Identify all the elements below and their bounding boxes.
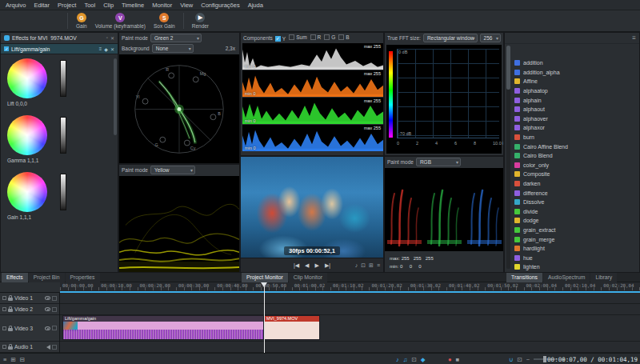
track-mute-icon[interactable] [44, 345, 50, 350]
gain-color-wheel[interactable] [7, 172, 47, 212]
component-checkbox-b[interactable]: B [338, 34, 349, 40]
track-effects-icon[interactable] [52, 326, 57, 330]
component-checkbox-r[interactable]: R [310, 34, 322, 40]
yellow-paint-mode-dropdown[interactable]: Yellow [150, 166, 195, 174]
go-to-end-icon[interactable]: ▶| [325, 262, 330, 269]
monitor-fullscreen-icon[interactable]: ⊞ [369, 262, 374, 269]
video-thumbnails-icon[interactable]: ⊡ [411, 356, 416, 363]
menu-item-ajuda[interactable]: Ajuda [244, 0, 267, 10]
audio-thumbnails-icon[interactable]: ♫ [403, 356, 408, 363]
float-panel-icon[interactable]: ▫ [106, 35, 108, 41]
sox-gain-button[interactable]: SSox Gain [154, 13, 175, 29]
track-lane-audio1[interactable] [60, 342, 640, 353]
vectorscope-background-dropdown[interactable]: None [152, 44, 194, 53]
track-hide-icon[interactable] [45, 307, 50, 311]
effects-scrollbar[interactable] [114, 58, 117, 135]
video-preview[interactable]: 30fps 00:00:52,1 [241, 157, 383, 259]
menu-item-view[interactable]: View [176, 0, 197, 10]
composition-cairo-blend[interactable]: Cairo Blend [514, 151, 638, 161]
overwrite-mode-icon[interactable]: ⊟ [20, 356, 25, 363]
preview-render-icon[interactable]: ● [448, 356, 452, 363]
composition-difference[interactable]: difference [514, 188, 638, 198]
tab-transitions[interactable]: Transitions [506, 273, 542, 282]
track-header-video-2[interactable]: Video 2 [0, 304, 59, 315]
insert-mode-icon[interactable]: ⊞ [10, 356, 15, 363]
monitor-zone-icon[interactable]: ⊡ [361, 262, 366, 269]
play-icon[interactable]: ▶ [315, 262, 319, 269]
track-target-icon[interactable] [2, 326, 6, 330]
zoom-out-icon[interactable]: − [526, 356, 530, 363]
stop-preview-icon[interactable]: ■ [456, 356, 460, 363]
tab-properties[interactable]: Properties [66, 273, 100, 282]
composition-alphaout[interactable]: alphaout [514, 105, 638, 114]
scrollbar-handle[interactable] [506, 46, 510, 90]
composition-grain-extract[interactable]: grain_extract [514, 226, 638, 235]
gain-button[interactable]: GGain [76, 13, 87, 29]
fit-zoom-icon[interactable]: ⊡ [518, 356, 522, 363]
effect-delete-icon[interactable]: ✕ [110, 46, 114, 52]
tab-project-bin[interactable]: Project Bin [29, 273, 65, 282]
composition-alphain[interactable]: alphain [514, 95, 638, 105]
track-target-icon[interactable] [2, 345, 6, 349]
monitor-menu-icon[interactable]: ≡ [377, 262, 380, 269]
track-target-icon[interactable] [2, 307, 6, 311]
snap-icon[interactable]: ∪ [509, 356, 514, 363]
effect-presets-icon[interactable]: ≡ [99, 46, 102, 52]
track-lock-icon[interactable] [8, 309, 13, 312]
composition-addition[interactable]: addition [514, 58, 638, 68]
track-effects-icon[interactable] [52, 345, 57, 350]
track-lane-video3[interactable]: Lift/gamma/gain MVI_9974.MOV [60, 315, 640, 342]
track-lock-icon[interactable] [8, 328, 13, 331]
gamma-color-wheel[interactable] [7, 115, 47, 155]
clip-lift-gamma-gain[interactable]: Lift/gamma/gain [62, 315, 264, 340]
tab-audiospectrum[interactable]: AudioSpectrum [543, 273, 590, 282]
composition-grain-merge[interactable]: grain_merge [514, 234, 638, 244]
menu-item-project[interactable]: Project [54, 0, 80, 10]
panel-menu-icon[interactable]: ≡ [632, 34, 636, 42]
go-to-start-icon[interactable]: |◀ [294, 262, 299, 269]
menu-item-editar[interactable]: Editar [30, 0, 54, 10]
monitor-audio-icon[interactable]: ♪ [355, 262, 358, 269]
fft-size-dropdown[interactable]: 256 [480, 34, 501, 42]
compositions-scrollbar[interactable] [506, 46, 510, 269]
fft-window-dropdown[interactable]: Rectangular window [423, 34, 478, 42]
composition-affine[interactable]: Affine [514, 77, 638, 86]
composition-hue[interactable]: hue [514, 253, 638, 262]
composition-lighten[interactable]: lighten [514, 262, 638, 272]
rgb-paint-mode-dropdown[interactable]: RGB [416, 158, 461, 166]
composition-dodge[interactable]: dodge [514, 216, 638, 226]
effect-keyframes-icon[interactable]: ◆ [104, 46, 108, 52]
menu-item-clip[interactable]: Clip [99, 0, 118, 10]
composition-burn[interactable]: burn [514, 133, 638, 142]
menu-item-configurações[interactable]: Configurações [197, 0, 243, 10]
mix-audio-icon[interactable]: ♪ [396, 356, 399, 363]
composition-cairo-affine-blend[interactable]: Cairo Affine Blend [514, 142, 638, 151]
effect-enabled-checkbox[interactable]: ✓ [4, 46, 9, 51]
effect-header-lift-gamma-gain[interactable]: ✓ Lift/gamma/gain ≡ ◆ ✕ [1, 44, 118, 54]
composition-alphaxor[interactable]: alphaxor [514, 123, 638, 133]
composition-dissolve[interactable]: Dissolve [514, 198, 638, 207]
track-header-video-3[interactable]: Video 3 [0, 315, 59, 342]
menu-item-timeline[interactable]: Timeline [118, 0, 148, 10]
playhead-marker[interactable] [261, 282, 267, 287]
lift-level-slider[interactable] [60, 60, 66, 97]
markers-icon[interactable]: ◆ [421, 356, 426, 363]
tab-clip-monitor[interactable]: Clip Monitor [289, 273, 327, 282]
composition-addition-alpha[interactable]: addition_alpha [514, 68, 638, 78]
composition-darken[interactable]: darken [514, 179, 638, 189]
gain-level-slider[interactable] [60, 174, 66, 210]
track-lane-video2[interactable] [60, 304, 640, 315]
clip-mvi-9974-mov[interactable]: MVI_9974.MOV [264, 315, 320, 340]
tab-effects[interactable]: Effects [2, 273, 28, 282]
close-panel-icon[interactable]: ✕ [110, 35, 114, 41]
menu-item-tool[interactable]: Tool [80, 0, 99, 10]
composition-composite[interactable]: Composite [514, 170, 638, 179]
track-effects-icon[interactable] [52, 307, 57, 312]
track-effects-icon[interactable] [52, 296, 57, 301]
track-target-icon[interactable] [2, 296, 6, 300]
component-checkbox-y[interactable]: ✓Y [275, 36, 286, 42]
vectorscope-paint-mode-dropdown[interactable]: Green 2 [150, 34, 202, 42]
composition-alphaover[interactable]: alphaover [514, 114, 638, 124]
composition-color-only[interactable]: color_only [514, 161, 638, 170]
track-hide-icon[interactable] [45, 296, 50, 300]
